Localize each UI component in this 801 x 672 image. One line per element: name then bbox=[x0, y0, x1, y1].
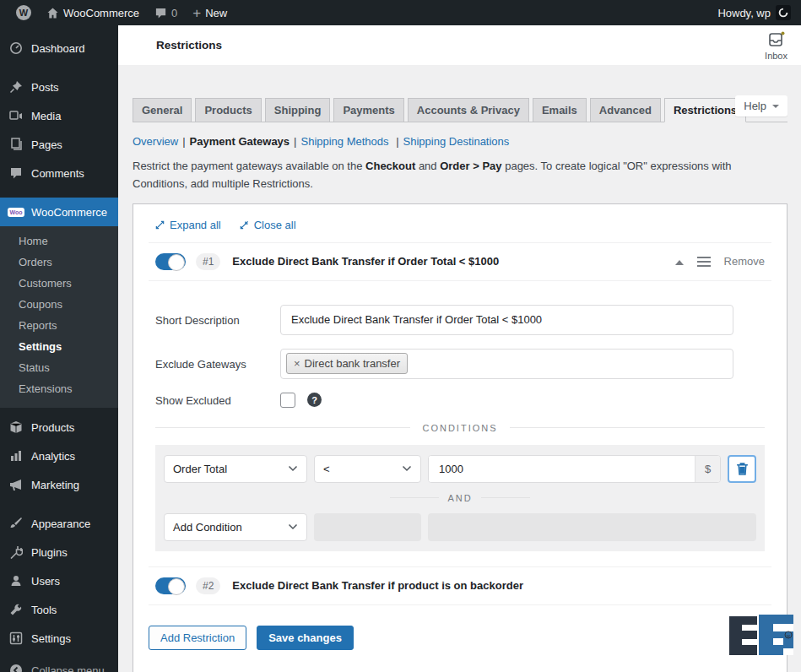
drag-handle-icon[interactable] bbox=[697, 257, 711, 267]
condition-operator-select[interactable]: < bbox=[314, 455, 421, 483]
tab-emails[interactable]: Emails bbox=[533, 98, 587, 122]
help-dropdown[interactable]: Help bbox=[735, 95, 787, 117]
sidebar-item-plugins[interactable]: Plugins bbox=[0, 538, 118, 566]
restriction-1-header: #1 Exclude Direct Bank Transfer if Order… bbox=[149, 243, 771, 281]
expand-icon bbox=[155, 220, 165, 230]
remove-restriction-link[interactable]: Remove bbox=[724, 255, 765, 268]
plus-icon: + bbox=[192, 6, 201, 20]
delete-condition-button[interactable] bbox=[728, 455, 756, 483]
submenu-item-coupons[interactable]: Coupons bbox=[0, 294, 118, 315]
sidebar-item-appearance[interactable]: Appearance bbox=[0, 509, 118, 538]
disabled-operator-placeholder bbox=[314, 513, 421, 541]
admin-sidebar: Dashboard Posts Media Pages Comments Woo… bbox=[0, 25, 118, 672]
sidebar-item-tools[interactable]: Tools bbox=[0, 595, 118, 624]
wp-logo-menu[interactable]: W bbox=[8, 0, 39, 25]
show-excluded-checkbox[interactable] bbox=[280, 393, 295, 408]
brush-icon bbox=[8, 516, 24, 531]
svg-text:w: w bbox=[786, 633, 791, 638]
woocommerce-submenu: Home Orders Customers Coupons Reports Se… bbox=[0, 226, 118, 408]
restriction-2-title: Exclude Direct Bank Transfer if product … bbox=[232, 579, 523, 592]
pages-icon bbox=[8, 137, 24, 152]
gateway-tag-label: Direct bank transfer bbox=[305, 357, 400, 370]
home-icon bbox=[46, 7, 59, 19]
save-changes-button[interactable]: Save changes bbox=[257, 626, 354, 650]
tab-products[interactable]: Products bbox=[195, 98, 261, 122]
bar-chart-icon bbox=[8, 448, 24, 463]
user-avatar[interactable] bbox=[776, 5, 791, 20]
tab-shipping[interactable]: Shipping bbox=[265, 98, 331, 122]
restriction-1-form: Short Description Exclude Gateways × Dir… bbox=[149, 281, 771, 566]
submenu-item-reports[interactable]: Reports bbox=[0, 315, 118, 336]
chevron-down-icon bbox=[288, 465, 298, 472]
restriction-2-enable-toggle[interactable] bbox=[155, 577, 186, 594]
sidebar-item-settings[interactable]: Settings bbox=[0, 624, 118, 653]
submenu-item-home[interactable]: Home bbox=[0, 230, 118, 252]
conditions-panel: Order Total < $ bbox=[155, 445, 765, 551]
comments-menu[interactable]: 0 bbox=[147, 0, 185, 25]
sidebar-item-woocommerce[interactable]: Woo WooCommerce bbox=[0, 198, 118, 226]
submenu-item-extensions[interactable]: Extensions bbox=[0, 378, 118, 399]
sidebar-item-comments[interactable]: Comments bbox=[0, 159, 118, 187]
condition-field-select[interactable]: Order Total bbox=[164, 455, 307, 483]
sidebar-item-analytics[interactable]: Analytics bbox=[0, 442, 118, 470]
collapse-up-icon[interactable] bbox=[675, 256, 684, 265]
help-tip-icon[interactable]: ? bbox=[307, 393, 322, 407]
submenu-item-settings[interactable]: Settings bbox=[0, 336, 118, 357]
media-icon bbox=[8, 108, 24, 123]
and-divider: AND bbox=[164, 493, 756, 503]
restriction-number-badge: #2 bbox=[196, 577, 220, 594]
show-excluded-row: Show Excluded ? bbox=[155, 393, 765, 408]
close-all-link[interactable]: Close all bbox=[240, 219, 296, 231]
new-menu[interactable]: + New bbox=[185, 0, 235, 25]
box-icon bbox=[8, 420, 24, 435]
site-name: WooCommerce bbox=[63, 7, 139, 19]
woocommerce-icon: Woo bbox=[8, 204, 24, 219]
currency-suffix: $ bbox=[695, 456, 720, 482]
sidebar-item-label: Media bbox=[31, 110, 61, 122]
tab-general[interactable]: General bbox=[133, 98, 192, 122]
pin-icon bbox=[8, 79, 24, 95]
sidebar-item-posts[interactable]: Posts bbox=[0, 73, 118, 101]
add-restriction-button[interactable]: Add Restriction bbox=[149, 626, 246, 650]
short-description-input[interactable] bbox=[280, 305, 733, 335]
expand-all-link[interactable]: Expand all bbox=[155, 219, 221, 231]
condition-value-input[interactable] bbox=[429, 456, 695, 482]
disabled-value-placeholder bbox=[428, 513, 756, 541]
restrictions-panel: Expand all Close all #1 Exclude Direct B… bbox=[133, 203, 787, 672]
remove-tag-icon[interactable]: × bbox=[294, 357, 300, 370]
subnav-payment-gateways[interactable]: Payment Gateways bbox=[190, 135, 290, 148]
short-description-row: Short Description bbox=[155, 305, 765, 335]
submenu-item-status[interactable]: Status bbox=[0, 357, 118, 378]
inbox-button[interactable]: Inbox bbox=[765, 30, 787, 61]
tab-accounts-privacy[interactable]: Accounts & Privacy bbox=[408, 98, 529, 122]
exclude-gateways-input[interactable]: × Direct bank transfer bbox=[280, 349, 733, 379]
page-title: Restrictions bbox=[156, 39, 222, 51]
add-condition-select[interactable]: Add Condition bbox=[164, 513, 307, 541]
tab-payments[interactable]: Payments bbox=[333, 98, 403, 122]
sidebar-item-dashboard[interactable]: Dashboard bbox=[0, 34, 118, 62]
sidebar-item-media[interactable]: Media bbox=[0, 101, 118, 130]
restriction-1-enable-toggle[interactable] bbox=[155, 253, 186, 270]
tab-advanced[interactable]: Advanced bbox=[590, 98, 661, 122]
subnav-separator: | bbox=[182, 135, 185, 148]
sidebar-item-users[interactable]: Users bbox=[0, 566, 118, 595]
help-label: Help bbox=[744, 100, 766, 112]
submenu-item-orders[interactable]: Orders bbox=[0, 252, 118, 273]
woocommerce-header-bar: Restrictions Inbox bbox=[118, 25, 801, 65]
sidebar-item-products[interactable]: Products bbox=[0, 413, 118, 442]
subnav-shipping-methods[interactable]: Shipping Methods bbox=[300, 135, 388, 148]
howdy-text[interactable]: Howdy, wp bbox=[717, 7, 771, 19]
site-link[interactable]: WooCommerce bbox=[39, 0, 147, 25]
short-description-label: Short Description bbox=[155, 312, 280, 327]
sidebar-item-label: Comments bbox=[31, 167, 84, 180]
panel-toolbar: Expand all Close all bbox=[149, 204, 771, 243]
subnav-shipping-destinations[interactable]: Shipping Destinations bbox=[403, 135, 510, 148]
submenu-item-customers[interactable]: Customers bbox=[0, 273, 118, 294]
intro-text: Restrict the payment gateways available … bbox=[133, 158, 787, 193]
sidebar-item-label: Analytics bbox=[31, 450, 75, 463]
tab-restrictions[interactable]: Restrictions bbox=[664, 98, 746, 122]
sidebar-item-marketing[interactable]: Marketing bbox=[0, 470, 118, 499]
subnav-overview[interactable]: Overview bbox=[133, 135, 178, 148]
sidebar-collapse-menu[interactable]: Collapse menu bbox=[0, 656, 118, 672]
sidebar-item-pages[interactable]: Pages bbox=[0, 130, 118, 159]
